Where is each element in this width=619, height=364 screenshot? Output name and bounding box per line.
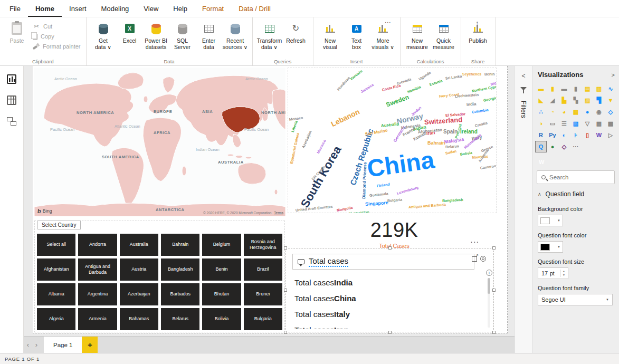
slicer-button[interactable]: Belgium [202, 234, 241, 256]
viz-gallery-icon[interactable]: ● [582, 106, 593, 118]
resize-handle[interactable] [284, 246, 287, 250]
slicer-button[interactable]: Brazil [244, 258, 282, 281]
slicer-button[interactable]: Barbados [161, 283, 199, 305]
qa-export-icon[interactable] [472, 256, 477, 262]
qa-suggestion[interactable]: Total cases Italy [292, 306, 487, 322]
question-font-family-select[interactable]: Segoe UI ▼ [538, 294, 613, 305]
ribbon-button[interactable]: Power BI datasets [144, 20, 169, 51]
collapse-pane-icon[interactable]: > [612, 72, 615, 78]
question-field-section-header[interactable]: ∧ Question field [532, 184, 619, 200]
publish-button[interactable]: Publish [465, 20, 491, 44]
slicer-button[interactable]: Austria [120, 258, 158, 281]
expand-filters-icon[interactable]: < [521, 72, 525, 80]
ribbon-button[interactable]: Enter data [196, 20, 222, 51]
viz-gallery-icon[interactable]: ◢ [547, 94, 558, 106]
slicer-button[interactable]: Armenia [78, 308, 117, 330]
viz-gallery-icon[interactable]: Py [547, 129, 558, 141]
qa-suggestion[interactable]: Total cases China [292, 290, 487, 306]
menu-tab[interactable]: Home [28, 0, 62, 17]
viz-gallery-icon[interactable]: ● [547, 141, 558, 152]
slicer-button[interactable]: Albania [37, 283, 75, 305]
slicer-button[interactable]: Argentina [78, 283, 117, 305]
menu-tab[interactable]: Insert [62, 0, 94, 17]
viz-gallery-icon[interactable]: ▙ [558, 94, 570, 106]
resize-handle[interactable] [388, 246, 392, 250]
new-page-button[interactable]: + [82, 337, 98, 353]
viz-gallery-icon[interactable]: ··· [570, 141, 582, 152]
ribbon-button[interactable]: Transform data ∨ [257, 20, 282, 51]
ribbon-button[interactable]: Quick measure [431, 20, 456, 51]
viz-gallery-icon[interactable]: ▬ [558, 83, 570, 94]
card-visual[interactable]: 219K Total Cases [318, 215, 471, 253]
qa-suggestion[interactable]: Total cases India [292, 274, 487, 290]
viz-gallery-icon[interactable]: Q [535, 141, 547, 152]
viz-gallery-icon[interactable]: ▦ [570, 106, 582, 118]
menu-tab[interactable]: File [2, 0, 28, 17]
slicer-button[interactable]: Bahrain [161, 234, 199, 256]
slicer-button[interactable]: Benin [202, 258, 241, 281]
clipboard-small-button[interactable]: Copy [33, 33, 81, 40]
viz-gallery-icon[interactable]: ▨ [582, 94, 593, 106]
qa-scrollbar[interactable] [488, 278, 490, 328]
slicer-button[interactable]: Belarus [161, 308, 199, 330]
background-color-dropdown[interactable]: ▼ [538, 215, 563, 226]
spin-up-icon[interactable]: ▲ [561, 270, 567, 273]
viz-gallery-icon[interactable]: ◣ [535, 94, 547, 106]
menu-tab[interactable]: Format [195, 0, 231, 17]
viz-gallery-icon[interactable]: ◑ [535, 118, 547, 129]
slicer-button[interactable]: Bahamas [120, 308, 158, 330]
ribbon-button[interactable]: New visual [318, 20, 343, 51]
qa-question-input[interactable]: Total cases [292, 254, 474, 270]
viz-gallery-icon[interactable]: ▜ [593, 94, 605, 106]
slicer-button[interactable]: Brunei [244, 283, 282, 305]
viz-gallery-icon[interactable]: ◇ [605, 106, 616, 118]
qa-question-text[interactable]: Total cases [309, 256, 348, 267]
viz-gallery-icon[interactable]: ▚ [570, 94, 582, 106]
font-size-input[interactable] [541, 270, 550, 276]
ribbon-button[interactable]: New measure [405, 20, 430, 51]
clipboard-small-button[interactable]: Format painter [33, 43, 81, 50]
ribbon-button[interactable]: Recent sources ∨ [223, 20, 248, 51]
viz-gallery-icon[interactable]: W [593, 129, 605, 141]
menu-tab[interactable]: Help [166, 0, 195, 17]
viz-gallery-icon[interactable]: ▬ [535, 83, 547, 94]
viz-gallery-icon[interactable]: ☰ [558, 118, 570, 129]
paste-button[interactable]: Paste [4, 20, 30, 44]
page-next-icon[interactable]: › [32, 337, 41, 353]
viz-gallery-icon[interactable]: ▤ [582, 83, 593, 94]
viz-gallery-icon[interactable]: ◉ [593, 106, 605, 118]
slicer-button[interactable]: Bosnia and Herzegovina [244, 234, 282, 256]
map-visual[interactable]: Arctic Ocean Arctic Ocean NORTH AMERICA … [34, 68, 285, 216]
terms-link[interactable]: Terms [274, 211, 283, 215]
viz-gallery-icon[interactable]: ▯ [582, 129, 593, 141]
viz-gallery-icon[interactable]: ◕ [558, 106, 570, 118]
ribbon-button[interactable]: SQL Server [170, 20, 195, 51]
viz-gallery-icon[interactable]: ▦ [593, 118, 605, 129]
slicer-button[interactable]: Select all [37, 234, 75, 256]
info-icon[interactable]: i [486, 270, 492, 276]
question-font-color-dropdown[interactable]: ▼ [538, 241, 563, 253]
slicer-button[interactable]: Bolivia [202, 308, 241, 330]
slicer-button[interactable]: Algeria [37, 308, 75, 330]
slicer-button[interactable]: Bulgaria [244, 308, 282, 330]
ribbon-button[interactable]: Excel [117, 20, 142, 44]
ribbon-button[interactable]: More visuals ∨ [370, 20, 396, 51]
viz-gallery-icon[interactable]: ∿ [605, 83, 616, 94]
viz-gallery-icon[interactable]: ∴ [535, 106, 547, 118]
resize-handle[interactable] [492, 246, 496, 250]
slicer-button[interactable]: Bhutan [202, 283, 241, 305]
viz-gallery-icon[interactable]: ▷ [605, 129, 616, 141]
menu-tab[interactable]: View [136, 0, 166, 17]
clipboard-small-button[interactable]: Cut [33, 23, 81, 30]
viz-gallery-icon[interactable]: ◐ [558, 129, 570, 141]
viz-gallery-icon[interactable]: ▩ [605, 118, 616, 129]
viz-gallery-icon[interactable]: ▼ [605, 94, 616, 106]
data-view-icon[interactable] [7, 95, 16, 105]
viz-gallery-icon[interactable]: ▮ [570, 83, 582, 94]
page-tab[interactable]: Page 1 [44, 337, 82, 353]
resize-handle[interactable] [492, 331, 496, 334]
ribbon-button[interactable]: Get data ∨ [91, 20, 116, 51]
menu-tab[interactable]: Data / Drill [231, 0, 278, 17]
viz-gallery-icon[interactable]: ▽ [582, 118, 593, 129]
viz-gallery-icon[interactable]: ▥ [593, 83, 605, 94]
